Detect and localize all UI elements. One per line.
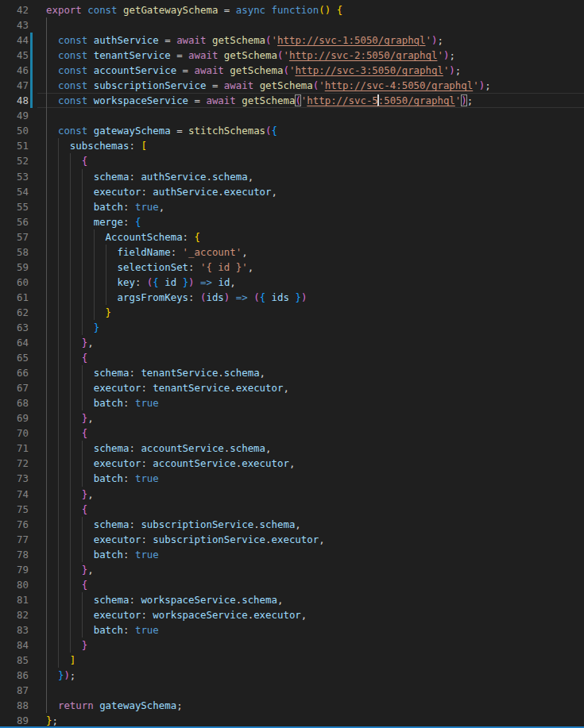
gutter-spacer: [30, 380, 33, 395]
code-line[interactable]: 69 },: [0, 410, 584, 426]
code-line[interactable]: 80 {: [0, 577, 584, 592]
code-line[interactable]: 72 executor: accountService.executor,: [0, 456, 584, 471]
code-area[interactable]: 42export const getGatewaySchema = async …: [0, 2, 584, 728]
modified-line-indicator: [30, 93, 33, 108]
token: const: [87, 4, 117, 16]
token: subscriptionService: [94, 79, 207, 91]
indent-guide: [82, 380, 83, 395]
code-line[interactable]: 45 const tenantService = await getSchema…: [0, 48, 584, 63]
code-line[interactable]: 65 {: [0, 350, 584, 365]
token: [87, 64, 93, 76]
code-text: schema: subscriptionService.schema,: [46, 517, 584, 532]
token: [46, 155, 82, 167]
code-line[interactable]: 88 return gatewaySchema;: [0, 698, 584, 713]
indent-guide: [82, 305, 83, 320]
code-line[interactable]: 42export const getGatewaySchema = async …: [0, 2, 584, 17]
token: async: [236, 4, 265, 16]
code-line[interactable]: 61 argsFromKeys: (ids) => ({ ids }): [0, 290, 584, 305]
code-line[interactable]: 53 schema: authService.schema,: [0, 169, 584, 184]
code-line[interactable]: 74 },: [0, 487, 584, 502]
code-line[interactable]: 44 const authService = await getSchema('…: [0, 33, 584, 48]
code-line[interactable]: 83 batch: true: [0, 622, 584, 637]
code-line[interactable]: 66 schema: tenantService.schema,: [0, 365, 584, 380]
token: stitchSchemas: [188, 125, 265, 137]
code-line[interactable]: 49: [0, 108, 584, 123]
code-line[interactable]: 63 }: [0, 320, 584, 335]
line-number: 62: [0, 305, 29, 320]
code-line[interactable]: 79 },: [0, 562, 584, 577]
indent-guide: [58, 502, 59, 517]
code-line[interactable]: 81 schema: workspaceService.schema,: [0, 592, 584, 607]
token: export: [46, 4, 82, 16]
line-number: 82: [0, 607, 29, 622]
code-line[interactable]: 82 executor: workspaceService.executor,: [0, 607, 584, 622]
code-line[interactable]: 84 }: [0, 637, 584, 653]
code-line[interactable]: 70 {: [0, 426, 584, 441]
token: ,: [87, 564, 93, 576]
code-text: executor: accountService.executor,: [46, 456, 584, 471]
code-line[interactable]: 60 key: ({ id }) => id,: [0, 275, 584, 290]
code-line[interactable]: 52 {: [0, 153, 584, 168]
code-line[interactable]: 46 const accountService = await getSchem…: [0, 63, 584, 78]
code-line[interactable]: 78 batch: true: [0, 547, 584, 562]
code-line[interactable]: 56 merge: {: [0, 214, 584, 229]
token: ;: [176, 699, 182, 711]
code-text: const workspaceService = await getSchema…: [46, 93, 584, 108]
code-line[interactable]: 62 }: [0, 305, 584, 320]
indent-guide: [70, 305, 71, 320]
indent-guide: [58, 245, 59, 260]
code-line[interactable]: 75 {: [0, 502, 584, 517]
code-text: AccountSchema: {: [46, 229, 584, 245]
code-line[interactable]: 50 const gatewaySchema = stitchSchemas({: [0, 123, 584, 138]
code-line[interactable]: 71 schema: accountService.schema,: [0, 441, 584, 456]
token: selectionSet: [118, 261, 189, 273]
indent-guide: [46, 199, 47, 214]
code-line[interactable]: 85 ]: [0, 653, 584, 668]
code-line[interactable]: 67 executor: tenantService.executor,: [0, 380, 584, 395]
token: [46, 699, 58, 711]
token: key: [118, 276, 135, 288]
code-line[interactable]: 64 },: [0, 335, 584, 350]
code-line[interactable]: 68 batch: true: [0, 395, 584, 410]
indent-guide: [46, 607, 47, 622]
token: [331, 4, 336, 16]
code-text: selectionSet: '{ id }',: [46, 260, 584, 275]
code-line[interactable]: 57 AccountSchema: {: [0, 229, 584, 245]
token: :: [141, 609, 153, 621]
indent-guide: [82, 320, 83, 335]
line-number: 51: [0, 138, 29, 153]
gutter-spacer: [30, 335, 33, 350]
indent-guide: [58, 441, 59, 456]
code-text: const subscriptionService = await getSch…: [46, 78, 584, 93]
indent-guide: [106, 245, 106, 260]
code-text: [46, 683, 584, 698]
code-line[interactable]: 77 executor: subscriptionService.executo…: [0, 532, 584, 547]
code-line[interactable]: 87: [0, 683, 584, 698]
code-line[interactable]: 55 batch: true,: [0, 199, 584, 214]
indent-guide: [106, 260, 106, 275]
token: ,: [272, 186, 277, 198]
token: true: [135, 549, 159, 560]
code-line[interactable]: 59 selectionSet: '{ id }',: [0, 260, 584, 275]
token: :: [129, 171, 141, 183]
code-line[interactable]: 58 fieldName: '_account',: [0, 245, 584, 260]
token: executor: [94, 457, 141, 469]
token: executor: [94, 186, 141, 198]
code-line[interactable]: 73 batch: true: [0, 471, 584, 486]
code-line[interactable]: 54 executor: authService.executor,: [0, 184, 584, 199]
code-line-current[interactable]: 48 const workspaceService = await getSch…: [0, 93, 584, 108]
token: ,: [230, 276, 235, 288]
code-line[interactable]: 51 subschemas: [: [0, 138, 584, 153]
token: =: [171, 125, 188, 137]
token: true: [135, 624, 159, 636]
code-editor[interactable]: 42export const getGatewaySchema = async …: [0, 0, 584, 728]
gutter-spacer: [30, 577, 33, 592]
code-line[interactable]: 43: [0, 17, 584, 33]
code-line[interactable]: 47 const subscriptionService = await get…: [0, 78, 584, 93]
code-line[interactable]: 76 schema: subscriptionService.schema,: [0, 517, 584, 532]
token: batch: [94, 201, 123, 213]
token: :: [188, 261, 200, 273]
code-line[interactable]: 86 });: [0, 668, 584, 683]
token: [: [141, 140, 146, 152]
indent-guide: [46, 108, 47, 123]
